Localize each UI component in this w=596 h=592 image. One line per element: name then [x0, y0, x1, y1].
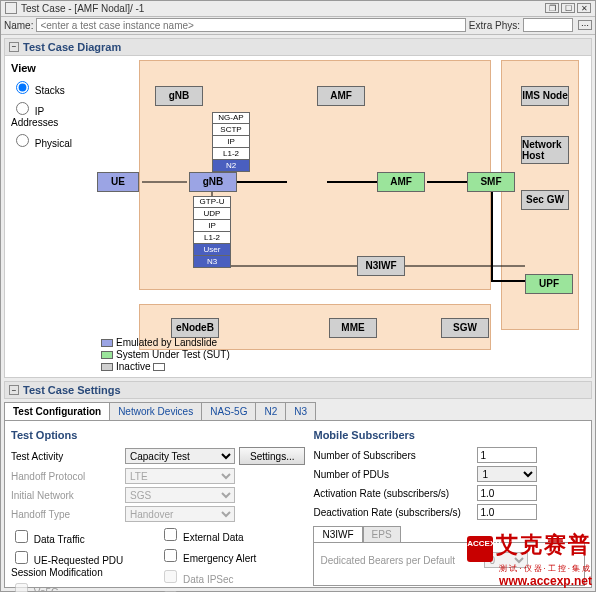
window-title: Test Case - [AMF Nodal]/ -1 [21, 3, 144, 14]
node-n3iwf[interactable]: N3IWF [357, 256, 405, 276]
diagram-section-header[interactable]: − Test Case Diagram [4, 38, 592, 56]
node-mme[interactable]: MME [329, 318, 377, 338]
tab-nas-5g[interactable]: NAS-5G [201, 402, 256, 420]
title-bar: Test Case - [AMF Nodal]/ -1 ❐ ☐ ✕ [1, 1, 595, 17]
num-subs-input[interactable] [477, 447, 537, 463]
close-button[interactable]: ✕ [577, 3, 591, 13]
deact-rate-label: Deactivation Rate (subscribers/s) [313, 507, 473, 518]
collapse-icon[interactable]: − [9, 385, 19, 395]
name-label: Name: [4, 20, 33, 31]
mobile-subscribers-panel: Mobile Subscribers Number of Subscribers… [313, 427, 585, 581]
node-sgw[interactable]: SGW [441, 318, 489, 338]
ded-bearer-label: Dedicated Bearers per Default [320, 555, 480, 566]
maximize-button[interactable]: ☐ [561, 3, 575, 13]
view-stacks[interactable]: Stacks [11, 78, 91, 96]
subtab-n3iwf[interactable]: N3IWF [313, 526, 362, 542]
extra-phys-expand[interactable]: ⋯ [578, 20, 592, 30]
app-icon [5, 2, 17, 14]
handoff-type-label: Handoff Type [11, 509, 121, 520]
legend: Emulated by Landslide System Under Test … [101, 337, 230, 373]
handoff-type-select: Handover [125, 506, 235, 522]
handoff-protocol-select: LTE [125, 468, 235, 484]
ded-bearer-select: 0 [484, 552, 528, 568]
node-amf[interactable]: AMF [377, 172, 425, 192]
diagram-section-title: Test Case Diagram [23, 41, 121, 53]
view-physical[interactable]: Physical [11, 131, 91, 149]
name-bar: Name: Extra Phys: ⋯ [1, 17, 595, 35]
diagram-canvas: gNB AMF IMS Node Network Host Sec GW UE … [97, 56, 591, 377]
test-activity-label: Test Activity [11, 451, 121, 462]
settings-section-header[interactable]: − Test Case Settings [4, 381, 592, 399]
mobile-title: Mobile Subscribers [313, 429, 585, 441]
settings-body: Test Options Test Activity Capacity Test… [4, 420, 592, 588]
subtab-eps: EPS [363, 526, 401, 542]
chk-vo5g: Vo5G [11, 580, 156, 592]
chk-emergency[interactable]: Emergency Alert [160, 546, 305, 565]
name-input[interactable] [36, 18, 465, 32]
restore-button[interactable]: ❐ [545, 3, 559, 13]
test-options-title: Test Options [11, 429, 305, 441]
collapse-icon[interactable]: − [9, 42, 19, 52]
node-gnb-top[interactable]: gNB [155, 86, 203, 106]
extra-phys-field[interactable] [523, 18, 573, 32]
node-gnb[interactable]: gNB [189, 172, 237, 192]
num-pdu-label: Number of PDUs [313, 469, 473, 480]
node-amf-top[interactable]: AMF [317, 86, 365, 106]
deact-rate-input[interactable] [477, 504, 537, 520]
chk-data-ipsec: Data IPSec [160, 567, 305, 586]
node-secgw[interactable]: Sec GW [521, 190, 569, 210]
tab-n3[interactable]: N3 [285, 402, 316, 420]
extra-phys-label: Extra Phys: [469, 20, 520, 31]
test-activity-select[interactable]: Capacity Test [125, 448, 235, 464]
num-subs-label: Number of Subscribers [313, 450, 473, 461]
tab-network-devices[interactable]: Network Devices [109, 402, 202, 420]
act-rate-input[interactable] [477, 485, 537, 501]
node-upf[interactable]: UPF [525, 274, 573, 294]
chk-external-data[interactable]: External Data [160, 525, 305, 544]
stack-n2: NG-APSCTPIPL1-2N2 [212, 112, 250, 172]
view-panel: View Stacks IP Addresses Physical [5, 56, 97, 377]
node-enodeb[interactable]: eNodeB [171, 318, 219, 338]
subtab-content: Dedicated Bearers per Default0 [313, 542, 585, 586]
tab-test-configuration[interactable]: Test Configuration [4, 402, 110, 420]
node-ims[interactable]: IMS Node [521, 86, 569, 106]
node-ue[interactable]: UE [97, 172, 139, 192]
test-options-panel: Test Options Test Activity Capacity Test… [11, 427, 305, 581]
settings-button[interactable]: Settings... [239, 447, 305, 465]
initial-network-label: Initial Network [11, 490, 121, 501]
view-ip[interactable]: IP Addresses [11, 99, 91, 128]
chk-data-traffic[interactable]: Data Traffic [11, 527, 156, 546]
chk-eps-fallback: EPS Fallback [160, 588, 305, 592]
initial-network-select: SGS [125, 487, 235, 503]
chk-ue-req[interactable]: UE-Requested PDU Session Modification [11, 548, 156, 578]
settings-section-title: Test Case Settings [23, 384, 121, 396]
act-rate-label: Activation Rate (subscribers/s) [313, 488, 473, 499]
handoff-protocol-label: Handoff Protocol [11, 471, 121, 482]
diagram-area: View Stacks IP Addresses Physical gNB AM… [4, 56, 592, 378]
node-smf[interactable]: SMF [467, 172, 515, 192]
view-title: View [11, 62, 91, 74]
num-pdu-select[interactable]: 1 [477, 466, 537, 482]
node-nethost[interactable]: Network Host [521, 136, 569, 164]
stack-n3: GTP-UUDPIPL1-2UserN3 [193, 196, 231, 268]
settings-tabs: Test Configuration Network Devices NAS-5… [4, 402, 592, 420]
tab-n2[interactable]: N2 [255, 402, 286, 420]
